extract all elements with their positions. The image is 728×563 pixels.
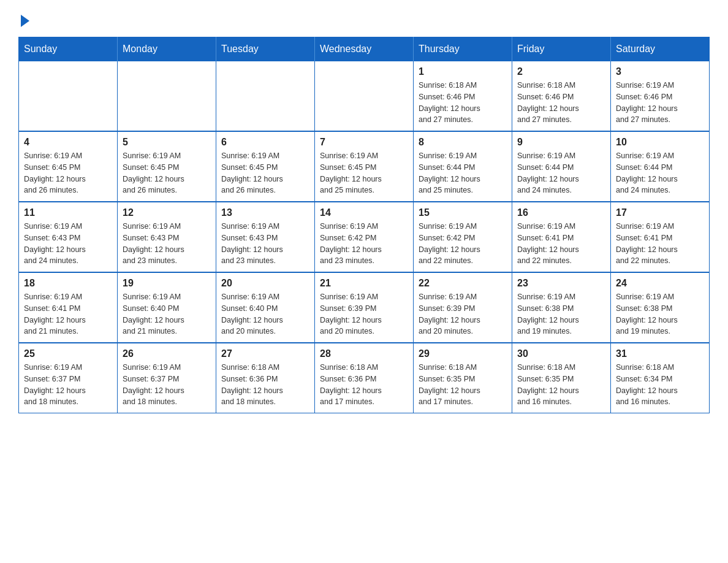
calendar-day-cell: 7Sunrise: 6:19 AMSunset: 6:45 PMDaylight… [315,131,414,202]
calendar-table: SundayMondayTuesdayWednesdayThursdayFrid… [18,37,710,413]
day-info: Sunrise: 6:19 AMSunset: 6:45 PMDaylight:… [24,150,112,196]
calendar-day-cell: 29Sunrise: 6:18 AMSunset: 6:35 PMDayligh… [414,343,512,413]
calendar-day-cell [216,61,315,132]
calendar-day-cell: 16Sunrise: 6:19 AMSunset: 6:41 PMDayligh… [512,202,611,272]
calendar-day-cell: 5Sunrise: 6:19 AMSunset: 6:45 PMDaylight… [118,131,216,202]
weekday-header-tuesday: Tuesday [216,37,315,61]
calendar-week-row: 11Sunrise: 6:19 AMSunset: 6:43 PMDayligh… [19,202,710,272]
day-info: Sunrise: 6:19 AMSunset: 6:39 PMDaylight:… [320,291,408,337]
calendar-week-row: 18Sunrise: 6:19 AMSunset: 6:41 PMDayligh… [19,272,710,343]
day-number: 9 [517,137,605,148]
day-info: Sunrise: 6:19 AMSunset: 6:45 PMDaylight:… [123,150,211,196]
day-number: 19 [123,278,211,289]
weekday-header-friday: Friday [512,37,611,61]
calendar-day-cell: 12Sunrise: 6:19 AMSunset: 6:43 PMDayligh… [118,202,216,272]
day-number: 23 [517,278,605,289]
calendar-day-cell: 1Sunrise: 6:18 AMSunset: 6:46 PMDaylight… [414,61,512,132]
day-info: Sunrise: 6:18 AMSunset: 6:35 PMDaylight:… [517,362,605,408]
day-number: 10 [616,137,704,148]
day-number: 11 [24,207,112,218]
day-number: 29 [419,348,507,359]
day-info: Sunrise: 6:19 AMSunset: 6:44 PMDaylight:… [419,150,507,196]
day-info: Sunrise: 6:19 AMSunset: 6:43 PMDaylight:… [123,221,211,267]
day-info: Sunrise: 6:19 AMSunset: 6:44 PMDaylight:… [517,150,605,196]
day-number: 27 [221,348,309,359]
day-number: 17 [616,207,704,218]
day-info: Sunrise: 6:19 AMSunset: 6:41 PMDaylight:… [517,221,605,267]
day-info: Sunrise: 6:18 AMSunset: 6:46 PMDaylight:… [517,80,605,126]
weekday-header-sunday: Sunday [19,37,118,61]
day-info: Sunrise: 6:19 AMSunset: 6:42 PMDaylight:… [419,221,507,267]
day-number: 4 [24,137,112,148]
day-info: Sunrise: 6:19 AMSunset: 6:45 PMDaylight:… [320,150,408,196]
day-number: 16 [517,207,605,218]
day-info: Sunrise: 6:18 AMSunset: 6:35 PMDaylight:… [419,362,507,408]
calendar-day-cell: 4Sunrise: 6:19 AMSunset: 6:45 PMDaylight… [19,131,118,202]
day-number: 14 [320,207,408,218]
day-number: 5 [123,137,211,148]
calendar-day-cell: 9Sunrise: 6:19 AMSunset: 6:44 PMDaylight… [512,131,611,202]
calendar-day-cell [118,61,216,132]
calendar-day-cell: 8Sunrise: 6:19 AMSunset: 6:44 PMDaylight… [414,131,512,202]
day-info: Sunrise: 6:19 AMSunset: 6:44 PMDaylight:… [616,150,704,196]
day-number: 31 [616,348,704,359]
day-info: Sunrise: 6:19 AMSunset: 6:45 PMDaylight:… [221,150,309,196]
calendar-day-cell: 11Sunrise: 6:19 AMSunset: 6:43 PMDayligh… [19,202,118,272]
calendar-day-cell: 20Sunrise: 6:19 AMSunset: 6:40 PMDayligh… [216,272,315,343]
calendar-day-cell [315,61,414,132]
calendar-day-cell: 25Sunrise: 6:19 AMSunset: 6:37 PMDayligh… [19,343,118,413]
day-number: 12 [123,207,211,218]
calendar-day-cell: 15Sunrise: 6:19 AMSunset: 6:42 PMDayligh… [414,202,512,272]
weekday-header-monday: Monday [118,37,216,61]
day-info: Sunrise: 6:19 AMSunset: 6:42 PMDaylight:… [320,221,408,267]
calendar-day-cell: 17Sunrise: 6:19 AMSunset: 6:41 PMDayligh… [611,202,710,272]
calendar-day-cell: 13Sunrise: 6:19 AMSunset: 6:43 PMDayligh… [216,202,315,272]
calendar-day-cell: 24Sunrise: 6:19 AMSunset: 6:38 PMDayligh… [611,272,710,343]
weekday-header-wednesday: Wednesday [315,37,414,61]
weekday-header-row: SundayMondayTuesdayWednesdayThursdayFrid… [19,37,710,61]
day-info: Sunrise: 6:19 AMSunset: 6:37 PMDaylight:… [24,362,112,408]
day-info: Sunrise: 6:19 AMSunset: 6:46 PMDaylight:… [616,80,704,126]
day-info: Sunrise: 6:18 AMSunset: 6:36 PMDaylight:… [221,362,309,408]
calendar-week-row: 1Sunrise: 6:18 AMSunset: 6:46 PMDaylight… [19,61,710,132]
day-number: 3 [616,66,704,77]
day-number: 13 [221,207,309,218]
day-info: Sunrise: 6:18 AMSunset: 6:36 PMDaylight:… [320,362,408,408]
calendar-day-cell: 3Sunrise: 6:19 AMSunset: 6:46 PMDaylight… [611,61,710,132]
day-number: 24 [616,278,704,289]
day-info: Sunrise: 6:19 AMSunset: 6:40 PMDaylight:… [123,291,211,337]
calendar-day-cell: 30Sunrise: 6:18 AMSunset: 6:35 PMDayligh… [512,343,611,413]
day-number: 20 [221,278,309,289]
day-info: Sunrise: 6:19 AMSunset: 6:43 PMDaylight:… [24,221,112,267]
calendar-day-cell: 28Sunrise: 6:18 AMSunset: 6:36 PMDayligh… [315,343,414,413]
day-number: 6 [221,137,309,148]
day-info: Sunrise: 6:19 AMSunset: 6:39 PMDaylight:… [419,291,507,337]
day-number: 8 [419,137,507,148]
day-number: 1 [419,66,507,77]
day-info: Sunrise: 6:19 AMSunset: 6:37 PMDaylight:… [123,362,211,408]
calendar-day-cell: 18Sunrise: 6:19 AMSunset: 6:41 PMDayligh… [19,272,118,343]
calendar-day-cell: 23Sunrise: 6:19 AMSunset: 6:38 PMDayligh… [512,272,611,343]
calendar-day-cell: 31Sunrise: 6:18 AMSunset: 6:34 PMDayligh… [611,343,710,413]
weekday-header-saturday: Saturday [611,37,710,61]
calendar-day-cell: 27Sunrise: 6:18 AMSunset: 6:36 PMDayligh… [216,343,315,413]
day-number: 30 [517,348,605,359]
calendar-day-cell: 6Sunrise: 6:19 AMSunset: 6:45 PMDaylight… [216,131,315,202]
calendar-week-row: 4Sunrise: 6:19 AMSunset: 6:45 PMDaylight… [19,131,710,202]
day-number: 28 [320,348,408,359]
day-info: Sunrise: 6:18 AMSunset: 6:46 PMDaylight:… [419,80,507,126]
page-header [18,12,710,27]
day-info: Sunrise: 6:19 AMSunset: 6:40 PMDaylight:… [221,291,309,337]
weekday-header-thursday: Thursday [414,37,512,61]
day-number: 7 [320,137,408,148]
logo-arrow-icon [21,15,29,27]
day-number: 21 [320,278,408,289]
day-info: Sunrise: 6:19 AMSunset: 6:41 PMDaylight:… [24,291,112,337]
calendar-day-cell: 14Sunrise: 6:19 AMSunset: 6:42 PMDayligh… [315,202,414,272]
calendar-day-cell [19,61,118,132]
day-number: 22 [419,278,507,289]
day-info: Sunrise: 6:19 AMSunset: 6:43 PMDaylight:… [221,221,309,267]
day-info: Sunrise: 6:19 AMSunset: 6:38 PMDaylight:… [616,291,704,337]
calendar-day-cell: 19Sunrise: 6:19 AMSunset: 6:40 PMDayligh… [118,272,216,343]
calendar-day-cell: 10Sunrise: 6:19 AMSunset: 6:44 PMDayligh… [611,131,710,202]
